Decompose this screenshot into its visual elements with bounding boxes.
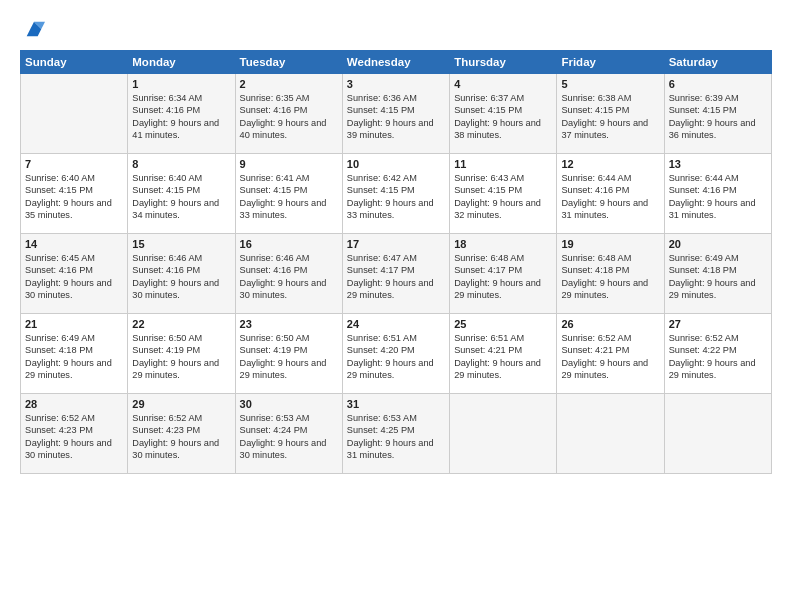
day-info: Sunrise: 6:46 AMSunset: 4:16 PMDaylight:…: [132, 252, 230, 302]
calendar-cell: [664, 394, 771, 474]
header-row: SundayMondayTuesdayWednesdayThursdayFrid…: [21, 51, 772, 74]
col-header-thursday: Thursday: [450, 51, 557, 74]
col-header-wednesday: Wednesday: [342, 51, 449, 74]
day-info: Sunrise: 6:52 AMSunset: 4:23 PMDaylight:…: [132, 412, 230, 462]
calendar-cell: 17Sunrise: 6:47 AMSunset: 4:17 PMDayligh…: [342, 234, 449, 314]
calendar-cell: 23Sunrise: 6:50 AMSunset: 4:19 PMDayligh…: [235, 314, 342, 394]
day-info: Sunrise: 6:44 AMSunset: 4:16 PMDaylight:…: [561, 172, 659, 222]
calendar-cell: 27Sunrise: 6:52 AMSunset: 4:22 PMDayligh…: [664, 314, 771, 394]
day-info: Sunrise: 6:50 AMSunset: 4:19 PMDaylight:…: [132, 332, 230, 382]
day-number: 27: [669, 318, 767, 330]
day-info: Sunrise: 6:41 AMSunset: 4:15 PMDaylight:…: [240, 172, 338, 222]
calendar-cell: 2Sunrise: 6:35 AMSunset: 4:16 PMDaylight…: [235, 74, 342, 154]
calendar-cell: 20Sunrise: 6:49 AMSunset: 4:18 PMDayligh…: [664, 234, 771, 314]
day-info: Sunrise: 6:53 AMSunset: 4:24 PMDaylight:…: [240, 412, 338, 462]
day-number: 1: [132, 78, 230, 90]
day-info: Sunrise: 6:51 AMSunset: 4:21 PMDaylight:…: [454, 332, 552, 382]
calendar-cell: 18Sunrise: 6:48 AMSunset: 4:17 PMDayligh…: [450, 234, 557, 314]
day-info: Sunrise: 6:48 AMSunset: 4:17 PMDaylight:…: [454, 252, 552, 302]
day-number: 18: [454, 238, 552, 250]
day-number: 7: [25, 158, 123, 170]
day-info: Sunrise: 6:46 AMSunset: 4:16 PMDaylight:…: [240, 252, 338, 302]
day-number: 30: [240, 398, 338, 410]
day-number: 31: [347, 398, 445, 410]
calendar-cell: 22Sunrise: 6:50 AMSunset: 4:19 PMDayligh…: [128, 314, 235, 394]
day-number: 10: [347, 158, 445, 170]
day-number: 13: [669, 158, 767, 170]
day-info: Sunrise: 6:35 AMSunset: 4:16 PMDaylight:…: [240, 92, 338, 142]
day-number: 26: [561, 318, 659, 330]
day-info: Sunrise: 6:48 AMSunset: 4:18 PMDaylight:…: [561, 252, 659, 302]
col-header-saturday: Saturday: [664, 51, 771, 74]
calendar-cell: [450, 394, 557, 474]
logo-icon: [23, 18, 45, 40]
week-row-3: 21Sunrise: 6:49 AMSunset: 4:18 PMDayligh…: [21, 314, 772, 394]
day-info: Sunrise: 6:43 AMSunset: 4:15 PMDaylight:…: [454, 172, 552, 222]
day-info: Sunrise: 6:44 AMSunset: 4:16 PMDaylight:…: [669, 172, 767, 222]
day-info: Sunrise: 6:49 AMSunset: 4:18 PMDaylight:…: [25, 332, 123, 382]
col-header-friday: Friday: [557, 51, 664, 74]
day-number: 21: [25, 318, 123, 330]
day-info: Sunrise: 6:38 AMSunset: 4:15 PMDaylight:…: [561, 92, 659, 142]
page: SundayMondayTuesdayWednesdayThursdayFrid…: [0, 0, 792, 612]
calendar-cell: 29Sunrise: 6:52 AMSunset: 4:23 PMDayligh…: [128, 394, 235, 474]
calendar-cell: 15Sunrise: 6:46 AMSunset: 4:16 PMDayligh…: [128, 234, 235, 314]
day-info: Sunrise: 6:47 AMSunset: 4:17 PMDaylight:…: [347, 252, 445, 302]
col-header-tuesday: Tuesday: [235, 51, 342, 74]
day-number: 14: [25, 238, 123, 250]
calendar-cell: 26Sunrise: 6:52 AMSunset: 4:21 PMDayligh…: [557, 314, 664, 394]
day-number: 24: [347, 318, 445, 330]
calendar-cell: 8Sunrise: 6:40 AMSunset: 4:15 PMDaylight…: [128, 154, 235, 234]
day-info: Sunrise: 6:42 AMSunset: 4:15 PMDaylight:…: [347, 172, 445, 222]
day-info: Sunrise: 6:34 AMSunset: 4:16 PMDaylight:…: [132, 92, 230, 142]
day-info: Sunrise: 6:52 AMSunset: 4:23 PMDaylight:…: [25, 412, 123, 462]
week-row-2: 14Sunrise: 6:45 AMSunset: 4:16 PMDayligh…: [21, 234, 772, 314]
day-info: Sunrise: 6:52 AMSunset: 4:21 PMDaylight:…: [561, 332, 659, 382]
day-number: 25: [454, 318, 552, 330]
day-number: 5: [561, 78, 659, 90]
calendar-cell: 31Sunrise: 6:53 AMSunset: 4:25 PMDayligh…: [342, 394, 449, 474]
day-number: 4: [454, 78, 552, 90]
day-number: 28: [25, 398, 123, 410]
calendar-table: SundayMondayTuesdayWednesdayThursdayFrid…: [20, 50, 772, 474]
header: [20, 18, 772, 40]
day-info: Sunrise: 6:51 AMSunset: 4:20 PMDaylight:…: [347, 332, 445, 382]
day-info: Sunrise: 6:40 AMSunset: 4:15 PMDaylight:…: [132, 172, 230, 222]
week-row-1: 7Sunrise: 6:40 AMSunset: 4:15 PMDaylight…: [21, 154, 772, 234]
col-header-monday: Monday: [128, 51, 235, 74]
day-info: Sunrise: 6:52 AMSunset: 4:22 PMDaylight:…: [669, 332, 767, 382]
calendar-cell: 12Sunrise: 6:44 AMSunset: 4:16 PMDayligh…: [557, 154, 664, 234]
calendar-cell: 11Sunrise: 6:43 AMSunset: 4:15 PMDayligh…: [450, 154, 557, 234]
week-row-0: 1Sunrise: 6:34 AMSunset: 4:16 PMDaylight…: [21, 74, 772, 154]
day-number: 16: [240, 238, 338, 250]
day-number: 23: [240, 318, 338, 330]
day-number: 20: [669, 238, 767, 250]
day-info: Sunrise: 6:49 AMSunset: 4:18 PMDaylight:…: [669, 252, 767, 302]
calendar-cell: 14Sunrise: 6:45 AMSunset: 4:16 PMDayligh…: [21, 234, 128, 314]
week-row-4: 28Sunrise: 6:52 AMSunset: 4:23 PMDayligh…: [21, 394, 772, 474]
calendar-cell: 28Sunrise: 6:52 AMSunset: 4:23 PMDayligh…: [21, 394, 128, 474]
calendar-cell: 7Sunrise: 6:40 AMSunset: 4:15 PMDaylight…: [21, 154, 128, 234]
day-info: Sunrise: 6:50 AMSunset: 4:19 PMDaylight:…: [240, 332, 338, 382]
calendar-cell: 19Sunrise: 6:48 AMSunset: 4:18 PMDayligh…: [557, 234, 664, 314]
day-info: Sunrise: 6:36 AMSunset: 4:15 PMDaylight:…: [347, 92, 445, 142]
day-info: Sunrise: 6:40 AMSunset: 4:15 PMDaylight:…: [25, 172, 123, 222]
calendar-cell: 10Sunrise: 6:42 AMSunset: 4:15 PMDayligh…: [342, 154, 449, 234]
day-number: 17: [347, 238, 445, 250]
day-number: 22: [132, 318, 230, 330]
calendar-cell: 21Sunrise: 6:49 AMSunset: 4:18 PMDayligh…: [21, 314, 128, 394]
day-number: 6: [669, 78, 767, 90]
calendar-cell: 24Sunrise: 6:51 AMSunset: 4:20 PMDayligh…: [342, 314, 449, 394]
calendar-cell: [21, 74, 128, 154]
day-number: 19: [561, 238, 659, 250]
calendar-cell: 30Sunrise: 6:53 AMSunset: 4:24 PMDayligh…: [235, 394, 342, 474]
logo: [20, 18, 45, 40]
day-number: 3: [347, 78, 445, 90]
calendar-cell: 13Sunrise: 6:44 AMSunset: 4:16 PMDayligh…: [664, 154, 771, 234]
day-number: 2: [240, 78, 338, 90]
calendar-cell: 25Sunrise: 6:51 AMSunset: 4:21 PMDayligh…: [450, 314, 557, 394]
calendar-cell: 9Sunrise: 6:41 AMSunset: 4:15 PMDaylight…: [235, 154, 342, 234]
day-info: Sunrise: 6:45 AMSunset: 4:16 PMDaylight:…: [25, 252, 123, 302]
day-number: 29: [132, 398, 230, 410]
calendar-cell: 16Sunrise: 6:46 AMSunset: 4:16 PMDayligh…: [235, 234, 342, 314]
